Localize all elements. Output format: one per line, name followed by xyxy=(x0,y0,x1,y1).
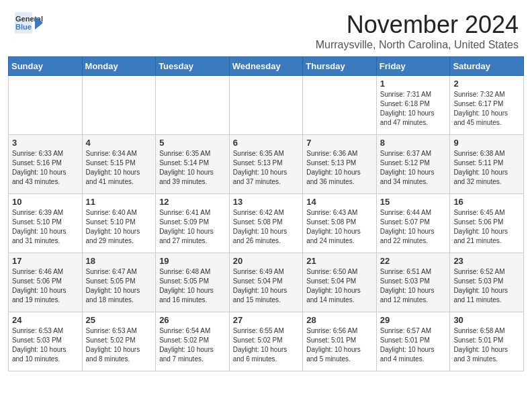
calendar-week-0: 1Sunrise: 7:31 AM Sunset: 6:18 PM Daylig… xyxy=(9,76,524,135)
day-info: Sunrise: 6:48 AM Sunset: 5:05 PM Dayligh… xyxy=(159,267,226,305)
day-header-friday: Friday xyxy=(376,57,450,76)
day-info: Sunrise: 6:39 AM Sunset: 5:10 PM Dayligh… xyxy=(12,208,79,246)
calendar-week-1: 3Sunrise: 6:33 AM Sunset: 5:16 PM Daylig… xyxy=(9,135,524,194)
empty-cell xyxy=(229,76,303,135)
day-number: 29 xyxy=(380,315,447,325)
day-number: 18 xyxy=(86,256,152,266)
empty-cell xyxy=(156,76,230,135)
day-cell-30: 30Sunrise: 6:58 AM Sunset: 5:01 PM Dayli… xyxy=(450,312,524,371)
day-number: 24 xyxy=(12,315,79,325)
day-info: Sunrise: 7:32 AM Sunset: 6:17 PM Dayligh… xyxy=(453,90,520,128)
day-info: Sunrise: 6:41 AM Sunset: 5:09 PM Dayligh… xyxy=(159,208,226,246)
day-cell-9: 9Sunrise: 6:38 AM Sunset: 5:11 PM Daylig… xyxy=(450,135,524,194)
day-info: Sunrise: 6:44 AM Sunset: 5:07 PM Dayligh… xyxy=(380,208,447,246)
day-cell-15: 15Sunrise: 6:44 AM Sunset: 5:07 PM Dayli… xyxy=(376,194,450,253)
day-cell-26: 26Sunrise: 6:54 AM Sunset: 5:02 PM Dayli… xyxy=(156,312,230,371)
day-cell-28: 28Sunrise: 6:56 AM Sunset: 5:01 PM Dayli… xyxy=(303,312,377,371)
day-header-sunday: Sunday xyxy=(9,57,83,76)
day-info: Sunrise: 6:53 AM Sunset: 5:02 PM Dayligh… xyxy=(86,326,152,364)
day-number: 27 xyxy=(233,315,300,325)
day-number: 13 xyxy=(233,197,300,207)
day-number: 17 xyxy=(12,256,79,266)
day-info: Sunrise: 6:42 AM Sunset: 5:08 PM Dayligh… xyxy=(233,208,300,246)
day-info: Sunrise: 6:35 AM Sunset: 5:14 PM Dayligh… xyxy=(159,149,226,187)
day-number: 5 xyxy=(159,138,226,148)
day-info: Sunrise: 6:34 AM Sunset: 5:15 PM Dayligh… xyxy=(86,149,152,187)
day-cell-27: 27Sunrise: 6:55 AM Sunset: 5:02 PM Dayli… xyxy=(229,312,303,371)
day-info: Sunrise: 6:40 AM Sunset: 5:10 PM Dayligh… xyxy=(86,208,152,246)
day-cell-13: 13Sunrise: 6:42 AM Sunset: 5:08 PM Dayli… xyxy=(229,194,303,253)
day-info: Sunrise: 6:38 AM Sunset: 5:11 PM Dayligh… xyxy=(453,149,520,187)
day-cell-25: 25Sunrise: 6:53 AM Sunset: 5:02 PM Dayli… xyxy=(82,312,156,371)
day-number: 9 xyxy=(453,138,520,148)
calendar-week-3: 17Sunrise: 6:46 AM Sunset: 5:06 PM Dayli… xyxy=(9,253,524,312)
day-number: 10 xyxy=(12,197,79,207)
empty-cell xyxy=(9,76,83,135)
day-info: Sunrise: 6:53 AM Sunset: 5:03 PM Dayligh… xyxy=(12,326,79,364)
day-cell-17: 17Sunrise: 6:46 AM Sunset: 5:06 PM Dayli… xyxy=(9,253,83,312)
day-cell-11: 11Sunrise: 6:40 AM Sunset: 5:10 PM Dayli… xyxy=(82,194,156,253)
day-info: Sunrise: 6:36 AM Sunset: 5:13 PM Dayligh… xyxy=(306,149,373,187)
day-cell-18: 18Sunrise: 6:47 AM Sunset: 5:05 PM Dayli… xyxy=(82,253,156,312)
day-info: Sunrise: 7:31 AM Sunset: 6:18 PM Dayligh… xyxy=(380,90,447,128)
day-header-monday: Monday xyxy=(82,57,156,76)
day-info: Sunrise: 6:52 AM Sunset: 5:03 PM Dayligh… xyxy=(453,267,520,305)
day-number: 1 xyxy=(380,79,447,89)
day-cell-24: 24Sunrise: 6:53 AM Sunset: 5:03 PM Dayli… xyxy=(9,312,83,371)
calendar-table: SundayMondayTuesdayWednesdayThursdayFrid… xyxy=(8,56,524,371)
day-cell-14: 14Sunrise: 6:43 AM Sunset: 5:08 PM Dayli… xyxy=(303,194,377,253)
calendar-header: SundayMondayTuesdayWednesdayThursdayFrid… xyxy=(9,57,524,76)
day-info: Sunrise: 6:35 AM Sunset: 5:13 PM Dayligh… xyxy=(233,149,300,187)
day-number: 25 xyxy=(86,315,152,325)
day-header-wednesday: Wednesday xyxy=(229,57,303,76)
day-header-tuesday: Tuesday xyxy=(156,57,230,76)
empty-cell xyxy=(82,76,156,135)
day-info: Sunrise: 6:49 AM Sunset: 5:04 PM Dayligh… xyxy=(233,267,300,305)
day-number: 22 xyxy=(380,256,447,266)
day-info: Sunrise: 6:50 AM Sunset: 5:04 PM Dayligh… xyxy=(306,267,373,305)
day-header-thursday: Thursday xyxy=(303,57,377,76)
day-info: Sunrise: 6:58 AM Sunset: 5:01 PM Dayligh… xyxy=(453,326,520,364)
day-number: 15 xyxy=(380,197,447,207)
day-cell-10: 10Sunrise: 6:39 AM Sunset: 5:10 PM Dayli… xyxy=(9,194,83,253)
calendar-week-4: 24Sunrise: 6:53 AM Sunset: 5:03 PM Dayli… xyxy=(9,312,524,371)
day-cell-5: 5Sunrise: 6:35 AM Sunset: 5:14 PM Daylig… xyxy=(156,135,230,194)
title-section: November 2024 Murraysville, North Caroli… xyxy=(316,11,519,51)
day-cell-3: 3Sunrise: 6:33 AM Sunset: 5:16 PM Daylig… xyxy=(9,135,83,194)
day-number: 3 xyxy=(12,138,79,148)
svg-text:Blue: Blue xyxy=(15,23,32,31)
day-info: Sunrise: 6:33 AM Sunset: 5:16 PM Dayligh… xyxy=(12,149,79,187)
day-cell-6: 6Sunrise: 6:35 AM Sunset: 5:13 PM Daylig… xyxy=(229,135,303,194)
day-number: 4 xyxy=(86,138,152,148)
day-number: 20 xyxy=(233,256,300,266)
day-number: 16 xyxy=(453,197,520,207)
day-info: Sunrise: 6:37 AM Sunset: 5:12 PM Dayligh… xyxy=(380,149,447,187)
calendar-week-2: 10Sunrise: 6:39 AM Sunset: 5:10 PM Dayli… xyxy=(9,194,524,253)
day-cell-4: 4Sunrise: 6:34 AM Sunset: 5:15 PM Daylig… xyxy=(82,135,156,194)
day-number: 26 xyxy=(159,315,226,325)
empty-cell xyxy=(303,76,377,135)
day-cell-2: 2Sunrise: 7:32 AM Sunset: 6:17 PM Daylig… xyxy=(450,76,524,135)
day-cell-16: 16Sunrise: 6:45 AM Sunset: 5:06 PM Dayli… xyxy=(450,194,524,253)
day-cell-23: 23Sunrise: 6:52 AM Sunset: 5:03 PM Dayli… xyxy=(450,253,524,312)
day-number: 8 xyxy=(380,138,447,148)
month-title: November 2024 xyxy=(316,11,519,39)
day-number: 7 xyxy=(306,138,373,148)
day-cell-29: 29Sunrise: 6:57 AM Sunset: 5:01 PM Dayli… xyxy=(376,312,450,371)
day-number: 14 xyxy=(306,197,373,207)
day-cell-22: 22Sunrise: 6:51 AM Sunset: 5:03 PM Dayli… xyxy=(376,253,450,312)
logo: General Blue xyxy=(13,11,43,35)
day-cell-21: 21Sunrise: 6:50 AM Sunset: 5:04 PM Dayli… xyxy=(303,253,377,312)
calendar: SundayMondayTuesdayWednesdayThursdayFrid… xyxy=(0,56,532,379)
page-header: General Blue November 2024 Murraysville,… xyxy=(0,0,532,56)
day-header-saturday: Saturday xyxy=(450,57,524,76)
day-cell-8: 8Sunrise: 6:37 AM Sunset: 5:12 PM Daylig… xyxy=(376,135,450,194)
day-info: Sunrise: 6:46 AM Sunset: 5:06 PM Dayligh… xyxy=(12,267,79,305)
day-cell-1: 1Sunrise: 7:31 AM Sunset: 6:18 PM Daylig… xyxy=(376,76,450,135)
day-info: Sunrise: 6:47 AM Sunset: 5:05 PM Dayligh… xyxy=(86,267,152,305)
location-subtitle: Murraysville, North Carolina, United Sta… xyxy=(316,39,519,51)
day-info: Sunrise: 6:57 AM Sunset: 5:01 PM Dayligh… xyxy=(380,326,447,364)
day-cell-12: 12Sunrise: 6:41 AM Sunset: 5:09 PM Dayli… xyxy=(156,194,230,253)
day-number: 6 xyxy=(233,138,300,148)
day-info: Sunrise: 6:51 AM Sunset: 5:03 PM Dayligh… xyxy=(380,267,447,305)
